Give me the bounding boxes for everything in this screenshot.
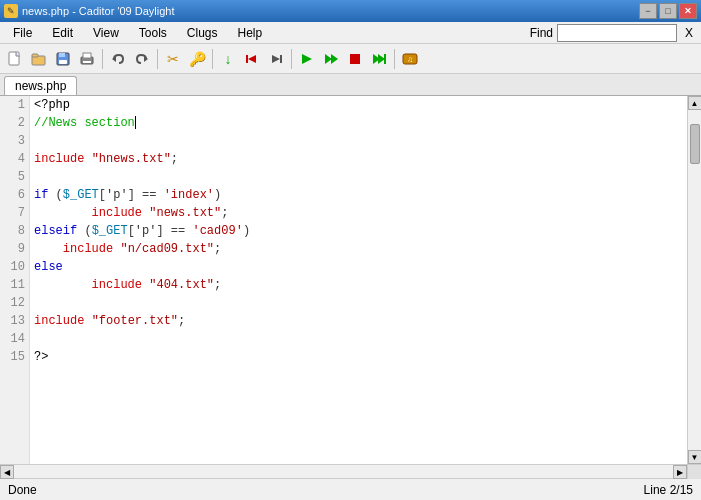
minimize-button[interactable]: − <box>639 3 657 19</box>
svg-rect-5 <box>59 60 67 64</box>
svg-rect-4 <box>59 53 65 57</box>
code-editor[interactable]: <?php //News section include "hnews.txt"… <box>30 96 687 464</box>
scrollbar-horizontal[interactable] <box>14 465 673 478</box>
svg-marker-20 <box>378 54 385 64</box>
scroll-thumb-vertical[interactable] <box>690 124 700 164</box>
status-left: Done <box>8 483 37 497</box>
scroll-down-arrow[interactable]: ▼ <box>688 450 702 464</box>
code-line-6: if ($_GET['p'] == 'index') <box>34 186 683 204</box>
menu-help[interactable]: Help <box>229 23 272 43</box>
status-right: Line 2/15 <box>644 483 693 497</box>
toolbar-sep-1 <box>102 49 103 69</box>
toolbar-play-green[interactable] <box>296 48 318 70</box>
status-bar: Done Line 2/15 <box>0 478 701 500</box>
code-line-14 <box>34 330 683 348</box>
svg-rect-18 <box>350 54 360 64</box>
svg-marker-15 <box>302 54 312 64</box>
code-line-4: include "hnews.txt"; <box>34 150 683 168</box>
maximize-button[interactable]: □ <box>659 3 677 19</box>
title-bar: ✎ news.php - Caditor '09 Daylight − □ ✕ <box>0 0 701 22</box>
scroll-left-arrow[interactable]: ◀ <box>0 465 14 479</box>
svg-text:♫: ♫ <box>407 55 413 64</box>
line-numbers: 1 2 3 4 5 6 7 8 9 10 11 12 13 14 15 <box>0 96 30 464</box>
toolbar-left[interactable] <box>241 48 263 70</box>
scrollbar-vertical[interactable]: ▲ ▼ <box>687 96 701 464</box>
code-line-8: elseif ($_GET['p'] == 'cad09') <box>34 222 683 240</box>
find-close[interactable]: X <box>681 26 697 40</box>
toolbar-sep-2 <box>157 49 158 69</box>
code-line-1: <?php <box>34 96 683 114</box>
menu-bar: File Edit View Tools Clugs Help Find X <box>0 22 701 44</box>
code-line-12 <box>34 294 683 312</box>
code-line-15: ?> <box>34 348 683 366</box>
toolbar-cut[interactable]: ✂ <box>162 48 184 70</box>
tab-news-php[interactable]: news.php <box>4 76 77 95</box>
toolbar-print[interactable] <box>76 48 98 70</box>
menu-tools[interactable]: Tools <box>130 23 176 43</box>
toolbar-skip[interactable] <box>368 48 390 70</box>
find-label: Find <box>530 26 553 40</box>
toolbar-key[interactable]: 🔑 <box>186 48 208 70</box>
toolbar-stop[interactable] <box>344 48 366 70</box>
svg-marker-11 <box>248 55 256 63</box>
code-line-5 <box>34 168 683 186</box>
toolbar-sep-5 <box>394 49 395 69</box>
code-line-10: else <box>34 258 683 276</box>
app-icon: ✎ <box>4 4 18 18</box>
toolbar-down[interactable]: ↓ <box>217 48 239 70</box>
toolbar-forward[interactable] <box>320 48 342 70</box>
svg-rect-8 <box>83 61 91 63</box>
toolbar-redo[interactable] <box>131 48 153 70</box>
find-area: Find X <box>530 24 697 42</box>
scroll-right-arrow[interactable]: ▶ <box>673 465 687 479</box>
code-line-13: include "footer.txt"; <box>34 312 683 330</box>
scroll-corner <box>687 465 701 479</box>
close-button[interactable]: ✕ <box>679 3 697 19</box>
toolbar-undo[interactable] <box>107 48 129 70</box>
toolbar-open[interactable] <box>28 48 50 70</box>
svg-marker-13 <box>272 55 280 63</box>
toolbar-new[interactable] <box>4 48 26 70</box>
editor-body: 1 2 3 4 5 6 7 8 9 10 11 12 13 14 15 <?ph… <box>0 96 701 464</box>
code-line-7: include "news.txt"; <box>34 204 683 222</box>
toolbar-sep-4 <box>291 49 292 69</box>
code-line-11: include "404.txt"; <box>34 276 683 294</box>
toolbar: ✂ 🔑 ↓ ♫ <box>0 44 701 74</box>
scrollbar-horizontal-container: ◀ ▶ <box>0 464 701 478</box>
svg-rect-2 <box>32 54 38 57</box>
code-line-9: include "n/cad09.txt"; <box>34 240 683 258</box>
menu-file[interactable]: File <box>4 23 41 43</box>
toolbar-save[interactable] <box>52 48 74 70</box>
window-controls: − □ ✕ <box>639 3 697 19</box>
tab-bar: news.php <box>0 74 701 96</box>
window-title: news.php - Caditor '09 Daylight <box>22 5 175 17</box>
menu-view[interactable]: View <box>84 23 128 43</box>
scroll-up-arrow[interactable]: ▲ <box>688 96 702 110</box>
find-input[interactable] <box>557 24 677 42</box>
svg-marker-16 <box>325 54 332 64</box>
editor-container: 1 2 3 4 5 6 7 8 9 10 11 12 13 14 15 <?ph… <box>0 96 701 478</box>
svg-rect-7 <box>83 53 91 58</box>
toolbar-sep-3 <box>212 49 213 69</box>
code-line-2: //News section <box>34 114 683 132</box>
menu-edit[interactable]: Edit <box>43 23 82 43</box>
toolbar-media[interactable]: ♫ <box>399 48 421 70</box>
menu-clugs[interactable]: Clugs <box>178 23 227 43</box>
svg-marker-17 <box>331 54 338 64</box>
code-line-3 <box>34 132 683 150</box>
toolbar-right[interactable] <box>265 48 287 70</box>
